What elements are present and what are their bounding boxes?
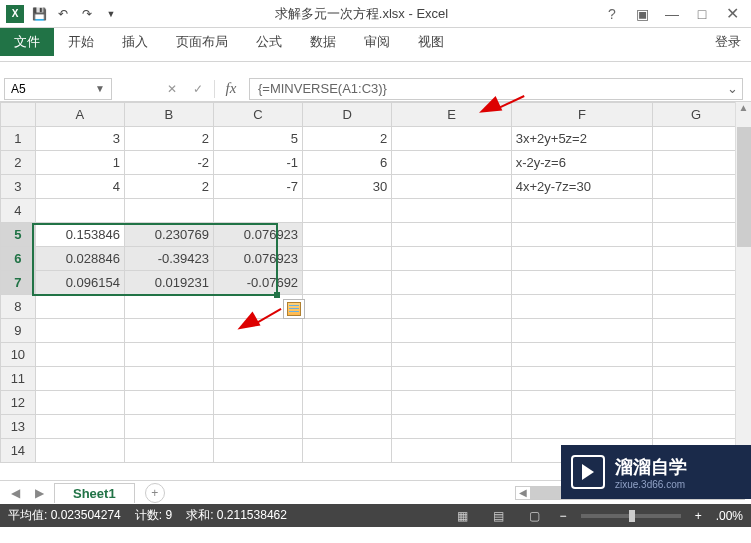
cell-b2[interactable]: -2 <box>124 151 213 175</box>
row-header-7[interactable]: 7 <box>1 271 36 295</box>
view-pagebreak-icon[interactable]: ▢ <box>524 508 546 524</box>
tab-review[interactable]: 审阅 <box>350 28 404 56</box>
tab-home[interactable]: 开始 <box>54 28 108 56</box>
cell-a4[interactable] <box>35 199 124 223</box>
qat-dropdown-icon[interactable]: ▼ <box>100 3 122 25</box>
row-header-11[interactable]: 11 <box>1 367 36 391</box>
ribbon-tabs: 文件 开始 插入 页面布局 公式 数据 审阅 视图 登录 <box>0 28 751 56</box>
maximize-icon[interactable]: □ <box>691 3 713 25</box>
cell-d1[interactable]: 2 <box>303 127 392 151</box>
row-header-9[interactable]: 9 <box>1 319 36 343</box>
cell-b5[interactable]: 0.230769 <box>124 223 213 247</box>
tab-pagelayout[interactable]: 页面布局 <box>162 28 242 56</box>
save-icon[interactable]: 💾 <box>28 3 50 25</box>
ribbon: 文件 开始 插入 页面布局 公式 数据 审阅 视图 登录 <box>0 28 751 56</box>
cell-f2[interactable]: x-2y-z=6 <box>511 151 652 175</box>
cell-a1[interactable]: 3 <box>35 127 124 151</box>
name-box[interactable]: A5 ▼ <box>4 78 112 100</box>
sheet-tab-active[interactable]: Sheet1 <box>54 483 135 503</box>
cell-a2[interactable]: 1 <box>35 151 124 175</box>
tab-insert[interactable]: 插入 <box>108 28 162 56</box>
cell-a5[interactable]: 0.153846 <box>35 223 124 247</box>
row-header-6[interactable]: 6 <box>1 247 36 271</box>
zoom-slider[interactable] <box>581 514 681 518</box>
select-all-corner[interactable] <box>1 103 36 127</box>
row-header-13[interactable]: 13 <box>1 415 36 439</box>
quick-access-toolbar: X 💾 ↶ ↷ ▼ <box>0 3 122 25</box>
tab-data[interactable]: 数据 <box>296 28 350 56</box>
zoom-out-icon[interactable]: − <box>560 509 567 523</box>
row-header-8[interactable]: 8 <box>1 295 36 319</box>
row-header-5[interactable]: 5 <box>1 223 36 247</box>
minimize-icon[interactable]: — <box>661 3 683 25</box>
formula-expand-icon[interactable]: ⌄ <box>727 81 738 96</box>
cell-g1[interactable] <box>653 127 740 151</box>
sheet-nav-next-icon[interactable]: ▶ <box>30 484 48 502</box>
zoom-in-icon[interactable]: + <box>695 509 702 523</box>
row-header-10[interactable]: 10 <box>1 343 36 367</box>
cell-a7[interactable]: 0.096154 <box>35 271 124 295</box>
col-header-g[interactable]: G <box>653 103 740 127</box>
cell-b7[interactable]: 0.019231 <box>124 271 213 295</box>
cell-c3[interactable]: -7 <box>213 175 302 199</box>
cell-c2[interactable]: -1 <box>213 151 302 175</box>
cell-a6[interactable]: 0.028846 <box>35 247 124 271</box>
cell-a3[interactable]: 4 <box>35 175 124 199</box>
brand-name: 溜溜自学 <box>615 455 687 479</box>
cell-b3[interactable]: 2 <box>124 175 213 199</box>
redo-icon[interactable]: ↷ <box>76 3 98 25</box>
ribbon-options-icon[interactable]: ▣ <box>631 3 653 25</box>
confirm-formula-icon[interactable]: ✓ <box>188 79 208 99</box>
view-normal-icon[interactable]: ▦ <box>452 508 474 524</box>
cell-g2[interactable] <box>653 151 740 175</box>
col-header-d[interactable]: D <box>303 103 392 127</box>
new-sheet-icon[interactable]: + <box>145 483 165 503</box>
help-icon[interactable]: ? <box>601 3 623 25</box>
sheet-nav-prev-icon[interactable]: ◀ <box>6 484 24 502</box>
cell-e1[interactable] <box>392 127 512 151</box>
cell-f3[interactable]: 4x+2y-7z=30 <box>511 175 652 199</box>
login-link[interactable]: 登录 <box>715 33 751 51</box>
view-pagelayout-icon[interactable]: ▤ <box>488 508 510 524</box>
cell-b1[interactable]: 2 <box>124 127 213 151</box>
row-header-1[interactable]: 1 <box>1 127 36 151</box>
row-header-12[interactable]: 12 <box>1 391 36 415</box>
close-icon[interactable]: ✕ <box>721 3 743 25</box>
excel-icon: X <box>4 3 26 25</box>
window-title: 求解多元一次方程.xlsx - Excel <box>122 5 601 23</box>
scroll-up-icon[interactable]: ▲ <box>736 102 751 113</box>
col-header-a[interactable]: A <box>35 103 124 127</box>
formula-text: {=MINVERSE(A1:C3)} <box>258 81 387 96</box>
cell-g3[interactable] <box>653 175 740 199</box>
cell-d3[interactable]: 30 <box>303 175 392 199</box>
row-header-4[interactable]: 4 <box>1 199 36 223</box>
cell-c5[interactable]: 0.076923 <box>213 223 302 247</box>
namebox-dropdown-icon[interactable]: ▼ <box>95 83 105 94</box>
col-header-f[interactable]: F <box>511 103 652 127</box>
tab-view[interactable]: 视图 <box>404 28 458 56</box>
row-header-3[interactable]: 3 <box>1 175 36 199</box>
cell-c6[interactable]: 0.076923 <box>213 247 302 271</box>
cell-b6[interactable]: -0.39423 <box>124 247 213 271</box>
cell-e2[interactable] <box>392 151 512 175</box>
fx-icon[interactable]: fx <box>221 79 241 99</box>
vertical-scrollbar[interactable]: ▲ <box>735 102 751 480</box>
tab-formulas[interactable]: 公式 <box>242 28 296 56</box>
cell-f1[interactable]: 3x+2y+5z=2 <box>511 127 652 151</box>
row-header-14[interactable]: 14 <box>1 439 36 463</box>
cell-c7[interactable]: -0.07692 <box>213 271 302 295</box>
zoom-value[interactable]: .00% <box>716 509 743 523</box>
cell-c1[interactable]: 5 <box>213 127 302 151</box>
row-header-2[interactable]: 2 <box>1 151 36 175</box>
tab-file[interactable]: 文件 <box>0 28 54 56</box>
cell-d2[interactable]: 6 <box>303 151 392 175</box>
cancel-formula-icon[interactable]: ✕ <box>162 79 182 99</box>
hscroll-left-icon[interactable]: ◀ <box>516 487 530 498</box>
col-header-b[interactable]: B <box>124 103 213 127</box>
spreadsheet-grid[interactable]: A B C D E F G 1 3 2 5 2 3x+2y+5z=2 2 1 -… <box>0 102 751 480</box>
undo-icon[interactable]: ↶ <box>52 3 74 25</box>
paste-options-tag[interactable] <box>283 299 305 319</box>
cell-e3[interactable] <box>392 175 512 199</box>
col-header-c[interactable]: C <box>213 103 302 127</box>
vscroll-thumb[interactable] <box>737 127 751 247</box>
